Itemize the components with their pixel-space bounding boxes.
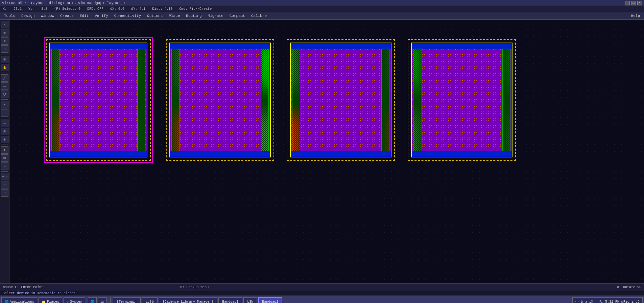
y-coord-value: -8.8 [39,7,47,11]
menu-compact[interactable]: Compact [227,12,248,19]
menu-connectivity[interactable]: Connectivity [112,12,144,19]
toolbar-sep-3 [1,99,8,100]
menu-options[interactable]: Options [144,12,165,19]
x-coord-value: 23.1 [14,7,22,11]
rect-tool[interactable]: ▭ [1,82,8,90]
title-controls: _ □ × [625,1,642,5]
tray-icon-5: 🔧 [599,300,603,303]
command-bar: Select device in schematic to place: [0,291,644,296]
applications-menu[interactable]: 🌐 Applications [1,297,37,303]
icfb-label: icfb [146,300,154,303]
window-terminal[interactable]: [Terminal] [113,297,141,303]
arc-tool[interactable]: ⌒ [1,181,8,188]
drd-status: DRD: OFF [87,7,103,11]
taskbar-separator [110,297,111,303]
menu-edit[interactable]: Edit [77,12,91,19]
close-button[interactable]: × [637,1,642,5]
tray-icon-3: 🔊 [589,300,593,303]
taskbar: 🌐 Applications 📁 Places ⚙ System 🌐 💻 [Te… [0,296,644,303]
menu-calibre[interactable]: Calibre [248,12,269,19]
chinese-char: 中 [575,300,579,303]
instance-tool[interactable]: ⊞ [1,128,8,135]
status-bar-bottom: mouse L: Enter Point M: Pop-up Menu R: R… [0,283,644,291]
quick-launch-area: 🌐 💻 [88,297,106,303]
zoom-out-tool[interactable]: ⊖ [1,45,8,53]
menu-create[interactable]: Create [57,12,76,19]
toolbar-sep-1 [1,54,8,54]
status-center: M: Pop-up Menu [47,285,342,289]
ic-component-1[interactable] [46,39,151,161]
menu-bar: Tools Design Window Create Edit Verify C… [0,12,644,20]
ic-component-3[interactable] [287,39,395,161]
system-label: System [70,300,82,303]
menu-tools[interactable]: Tools [1,12,18,19]
library-manager-label: [Cadence Library Manager] [163,300,213,303]
places-label: Places [47,300,59,303]
status-left: mouse L: Enter Point [3,285,43,289]
tray-icon-4: ⊞ [595,300,597,303]
minimize-button[interactable]: _ [625,1,630,5]
path-tool[interactable]: ⟋ [1,109,8,117]
toolbar-sep-6 [1,171,8,172]
select-status: (F) Select: 0 [54,7,80,11]
line-tool[interactable]: ╱ [1,74,8,82]
menu-window[interactable]: Window [38,12,57,19]
ic-component-4[interactable] [408,39,516,161]
menu-verify[interactable]: Verify [92,12,111,19]
system-icon: ⚙ [67,300,69,303]
command-text: Select device in schematic to place: [3,292,76,295]
stretch-tool[interactable]: ⇔ [1,162,8,170]
maximize-button[interactable]: □ [631,1,636,5]
window-bandgap1-first[interactable]: Bandgap1 [218,297,242,303]
polygon-tool[interactable]: ⬡ [1,91,8,98]
zoom-in-tool[interactable]: ⊕ [1,37,8,45]
toolbar-sep-5 [1,145,8,145]
toolbar-sep-4 [1,118,8,118]
wire-tool[interactable]: ⌐ [1,101,8,108]
status-bar-top: X: 23.1 Y: -8.8 (F) Select: 0 DRD: OFF d… [0,6,644,12]
area-select-tool[interactable]: ⊡ [1,29,8,36]
title-bar: Virtuoso® XL Layout Editing: RFIC_sim Ba… [0,0,644,6]
quick-launch-globe[interactable]: 🌐 [88,297,97,303]
applications-label: Applications [10,300,34,303]
window-title: Virtuoso® XL Layout Editing: RFIC_sim Ba… [2,1,125,5]
dy-status: dY: 4.1 [131,7,145,11]
undo-tool[interactable]: ↩ [1,189,8,197]
status-right: R: Rotate 90 [346,285,641,289]
toolbar-sep-2 [1,73,8,73]
taskbar-right: 中 ψ ↺ 🔊 ⊞ 🔧 5:31 PM @Riching5 [572,297,643,303]
system-time: 5:31 PM [605,300,619,303]
ruler-tool[interactable]: ↔ [1,120,8,127]
pin-tool[interactable]: ⊗ [1,136,8,143]
window-library-manager[interactable]: [Cadence Library Manager] [159,297,217,303]
x-coord-label: X: [3,7,7,11]
canvas-area[interactable] [9,20,644,283]
cmd-status: Cmd: PickNCreate [179,7,212,11]
window-bandgap1-active[interactable]: Bandgap1 [258,297,282,303]
menu-help[interactable]: Help [628,12,643,19]
menu-design[interactable]: Design [19,12,38,19]
select-tool[interactable]: ↖ [1,21,8,28]
window-lsw[interactable]: LSW [243,297,257,303]
menu-routing[interactable]: Routing [183,12,204,19]
username: @Riching5 [621,300,640,303]
menu-migrate[interactable]: Migrate [205,12,226,19]
move-tool[interactable]: ✥ [1,146,8,154]
zoom-fit-tool[interactable]: ⊞ [1,56,8,63]
pan-tool[interactable]: ✋ [1,64,8,71]
start-area: 🌐 Applications 📁 Places ⚙ System [1,297,85,303]
system-menu[interactable]: ⚙ System [64,297,85,303]
bandgap1-first-label: Bandgap1 [222,300,238,303]
label-tool[interactable]: abcd [1,173,8,180]
dist-status: Dist: 4.10 [152,7,172,11]
dx-status: dX: 0.0 [110,7,124,11]
tray-icon-1: ψ [581,300,583,303]
quick-launch-terminal[interactable]: 💻 [98,297,106,303]
bandgap1-active-label: Bandgap1 [262,300,278,303]
ic-component-2[interactable] [166,39,274,161]
menu-place[interactable]: Place [166,12,183,19]
tray-icon-2: ↺ [585,300,587,303]
window-icfb[interactable]: icfb [142,297,158,303]
copy-tool[interactable]: ⧉ [1,154,8,162]
places-menu[interactable]: 📁 Places [39,297,62,303]
